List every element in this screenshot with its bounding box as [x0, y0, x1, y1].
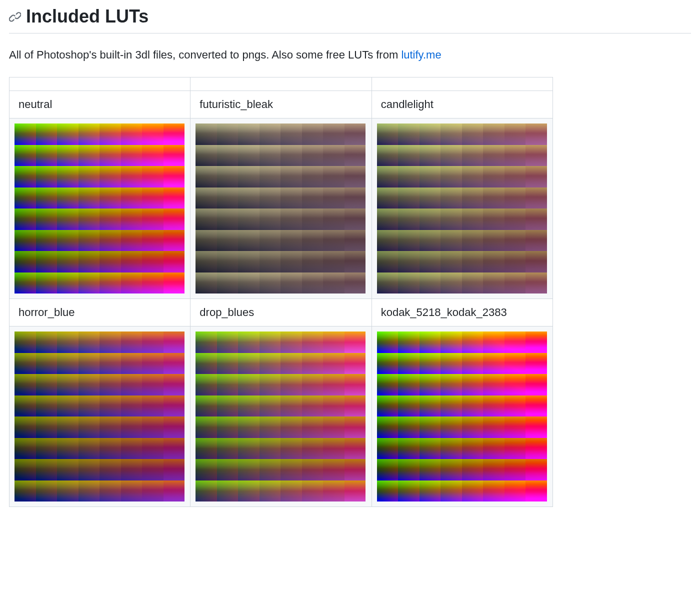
lut-name-cell: horror_blue [10, 299, 190, 326]
lut-table: neutralfuturistic_bleakcandlelighthorror… [9, 77, 553, 507]
lut-swatch-cell [372, 118, 552, 299]
lut-swatch-cell [372, 326, 552, 507]
lut-name: futuristic_bleak [200, 98, 273, 110]
table-header-blank [10, 78, 190, 91]
lut-name: neutral [18, 98, 52, 110]
lut-name-cell: candlelight [372, 91, 552, 118]
table-header-blank [372, 78, 552, 91]
lutify-link[interactable]: lutify.me [401, 48, 441, 61]
lut-swatch [196, 332, 366, 502]
lut-swatch [14, 124, 184, 294]
lut-swatch [377, 332, 547, 502]
section-description: All of Photoshop's built-in 3dl files, c… [9, 46, 691, 63]
description-prefix: All of Photoshop's built-in 3dl files, c… [9, 48, 401, 61]
section-heading-text: Included LUTs [26, 6, 148, 27]
section-heading: Included LUTs [9, 6, 691, 34]
lut-name: horror_blue [18, 306, 75, 318]
lut-name-cell: kodak_5218_kodak_2383 [372, 299, 552, 326]
table-header-blank [190, 78, 372, 91]
lut-swatch [377, 124, 547, 294]
lut-swatch [14, 332, 184, 502]
link-icon[interactable] [9, 10, 21, 22]
lut-swatch-cell [10, 326, 190, 507]
lut-swatch [196, 124, 366, 294]
lut-name-cell: neutral [10, 91, 190, 118]
lut-name: kodak_5218_kodak_2383 [381, 306, 507, 318]
lut-swatch-cell [190, 326, 372, 507]
lut-name-cell: drop_blues [190, 299, 372, 326]
lut-name-cell: futuristic_bleak [190, 91, 372, 118]
lut-swatch-cell [10, 118, 190, 299]
lut-name: drop_blues [200, 306, 254, 318]
lut-name: candlelight [381, 98, 434, 110]
lut-swatch-cell [190, 118, 372, 299]
